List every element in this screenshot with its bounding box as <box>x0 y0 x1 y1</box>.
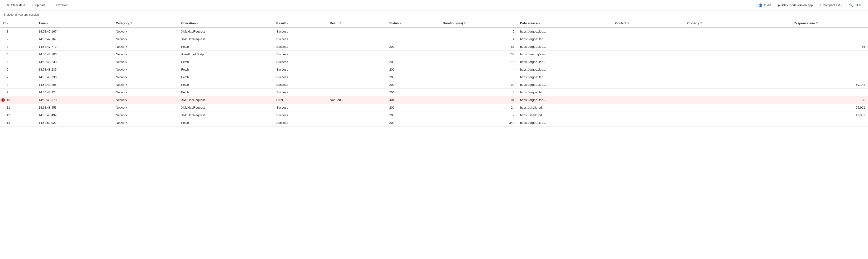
cell-responsesize <box>790 28 868 35</box>
cell-duration: 84 <box>440 96 517 104</box>
cell-res <box>327 74 386 81</box>
table-row[interactable]: 814:58:48.296NetworkFetchSuccess20092htt… <box>0 81 868 89</box>
col-header-id[interactable]: Id ∨ <box>0 19 36 28</box>
clear-icon: ✕ <box>7 3 9 7</box>
col-header-status[interactable]: Status ∨ <box>386 19 440 28</box>
cell-id: 4 <box>0 51 36 58</box>
filter-icon: 🔍 <box>849 3 853 7</box>
table-row[interactable]: ×1014:58:48.378NetworkXMLHttpRequestErro… <box>0 96 868 104</box>
cell-result: Success <box>274 74 327 81</box>
cell-duration: 24 <box>440 104 517 111</box>
cell-id: 1 <box>0 28 36 35</box>
filter-button[interactable]: 🔍 Filter <box>846 2 864 8</box>
cell-result: Success <box>274 51 327 58</box>
col-header-time[interactable]: Time ∨ <box>36 19 113 28</box>
table-row[interactable]: 914:58:48.324NetworkFetchSuccess2004http… <box>0 89 868 96</box>
cell-property <box>684 51 791 58</box>
col-header-duration[interactable]: Duration (ms) ∨ <box>440 19 517 28</box>
col-header-property[interactable]: Property ∨ <box>684 19 791 28</box>
invite-button[interactable]: 👤 Invite <box>756 2 774 8</box>
col-header-control[interactable]: Control ∨ <box>612 19 683 28</box>
col-header-category[interactable]: Category ∨ <box>113 19 178 28</box>
cell-operation: Fetch <box>178 58 274 66</box>
cell-datasource: https://orgbe1fed... <box>517 89 613 96</box>
col-header-operation[interactable]: Operation ∨ <box>178 19 274 28</box>
compact-list-label: Compact list <box>823 3 840 7</box>
cell-time: 14:58:48.235 <box>36 66 113 74</box>
col-header-datasource[interactable]: Data source ∨ <box>517 19 613 28</box>
cell-property <box>684 111 791 119</box>
cell-result: Success <box>274 35 327 43</box>
col-header-result[interactable]: Result ∨ <box>274 19 327 28</box>
subtitle-text: Model-driven app session <box>6 13 39 17</box>
cell-res <box>327 81 386 89</box>
cell-control <box>612 81 683 89</box>
table-row[interactable]: 514:58:48.233NetworkFetchSuccess200115ht… <box>0 58 868 66</box>
cell-property <box>684 89 791 96</box>
table-row[interactable]: 214:58:47.167NetworkXMLHttpRequestSucces… <box>0 35 868 43</box>
cell-category: Network <box>113 96 178 104</box>
cell-time: 14:58:47.167 <box>36 28 113 35</box>
cell-control <box>612 51 683 58</box>
cell-datasource: https://orgbe1fed... <box>517 28 613 35</box>
cell-operation: XMLHttpRequest <box>178 96 274 104</box>
col-header-responsesize[interactable]: Response size ∨ <box>790 19 868 28</box>
compact-list-button[interactable]: ≡ Compact list ▾ <box>816 2 845 8</box>
cell-time: 14:58:47.771 <box>36 43 113 51</box>
download-label: Download <box>54 3 68 7</box>
cell-control <box>612 28 683 35</box>
cell-time: 14:58:48.378 <box>36 96 113 104</box>
upload-icon: ↑ <box>32 3 33 7</box>
cell-duration: 4 <box>440 89 517 96</box>
col-header-res[interactable]: Res... ∨ <box>327 19 386 28</box>
person-icon: 👤 <box>758 3 763 7</box>
download-button[interactable]: ↓ Download <box>49 2 71 8</box>
cell-status: 404 <box>386 96 440 104</box>
cell-control <box>612 66 683 74</box>
cell-operation: XMLHttpRequest <box>178 35 274 43</box>
play-button[interactable]: ▶ Play model-driven app <box>775 2 815 8</box>
cell-datasource: https://shellprod... <box>517 104 613 111</box>
data-table: Id ∨ Time ∨ Category ∨ <box>0 19 868 127</box>
invite-label: Invite <box>764 3 771 7</box>
table-row[interactable]: 1214:58:48.494NetworkXMLHttpRequestSucce… <box>0 111 868 119</box>
cell-id: 2 <box>0 35 36 43</box>
clear-data-button[interactable]: ✕ Clear data <box>4 2 28 8</box>
table-row[interactable]: 114:58:47.167NetworkXMLHttpRequestSucces… <box>0 28 868 35</box>
cell-duration: 4 <box>440 35 517 43</box>
upload-label: Upload <box>35 3 45 7</box>
cell-responsesize: 28 <box>790 96 868 104</box>
table-row[interactable]: 314:58:47.771NetworkFetchSuccess20087htt… <box>0 43 868 51</box>
cell-id: ×10 <box>0 96 36 104</box>
cell-property <box>684 96 791 104</box>
sort-icon-operation: ∨ <box>197 22 198 25</box>
upload-button[interactable]: ↑ Upload <box>29 2 48 8</box>
cell-id: 7 <box>0 74 36 81</box>
cell-duration: 138 <box>440 51 517 58</box>
cell-category: Network <box>113 51 178 58</box>
sort-icon-id: ∨ <box>7 22 8 25</box>
cell-result: Success <box>274 43 327 51</box>
cell-property <box>684 119 791 127</box>
table-row[interactable]: 414:58:48.106NetworkAssetLoad.ScriptSucc… <box>0 51 868 58</box>
table-row[interactable]: 1314:58:50.922NetworkFetchSuccess200348h… <box>0 119 868 127</box>
cell-datasource: https://orgbe1fed... <box>517 43 613 51</box>
cell-status: 200 <box>386 66 440 74</box>
cell-result: Success <box>274 66 327 74</box>
cell-datasource: https://orgbe1fed... <box>517 74 613 81</box>
cell-status: 200 <box>386 58 440 66</box>
cell-res <box>327 35 386 43</box>
cell-status: 200 <box>386 81 440 89</box>
table-header-row: Id ∨ Time ∨ Category ∨ <box>0 19 868 28</box>
cell-control <box>612 58 683 66</box>
cell-status: 200 <box>386 74 440 81</box>
table-row[interactable]: 714:58:48.236NetworkFetchSuccess2005http… <box>0 74 868 81</box>
list-icon: ≡ <box>819 3 821 7</box>
cell-property <box>684 43 791 51</box>
cell-time: 14:58:48.296 <box>36 81 113 89</box>
cell-result: Success <box>274 119 327 127</box>
cell-property <box>684 81 791 89</box>
table-row[interactable]: 1114:58:48.453NetworkXMLHttpRequestSucce… <box>0 104 868 111</box>
table-row[interactable]: 614:58:48.235NetworkFetchSuccess2004http… <box>0 66 868 74</box>
cell-datasource: https://orgbe1fed... <box>517 96 613 104</box>
